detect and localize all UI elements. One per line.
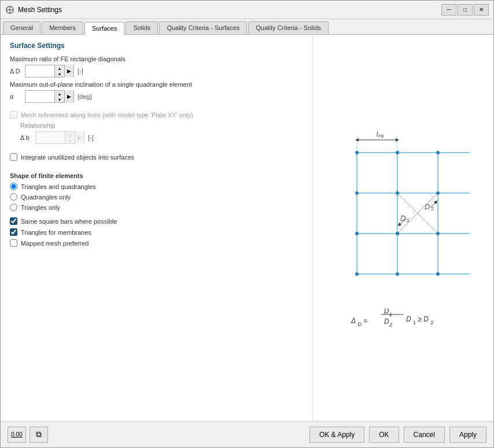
tab-quality-criteria-solids[interactable]: Quality Criteria - Solids — [248, 21, 328, 34]
mapped-mesh-label: Mapped mesh preferred — [21, 240, 89, 247]
footer: 0.00 ⧉ OK & Apply OK Cancel Apply — [1, 421, 493, 447]
delta-d-arrow[interactable]: ▶ — [64, 65, 73, 77]
tab-solids[interactable]: Solids — [126, 21, 158, 34]
radio-quadrangles-only[interactable] — [10, 193, 17, 201]
same-square-row: Same square bars where possible — [10, 217, 303, 225]
shape-section-title: Shape of finite elements — [10, 172, 303, 179]
delta-b-arrow[interactable]: ▶ — [75, 131, 84, 144]
alpha-spin-buttons: ▲ ▼ — [54, 91, 64, 102]
integrate-checkbox[interactable] — [10, 153, 17, 161]
delta-d-increment[interactable]: ▲ — [55, 65, 64, 71]
titlebar: Mesh Settings ─ □ ✕ — [1, 1, 493, 19]
alpha-arrow[interactable]: ▶ — [64, 90, 73, 103]
delta-d-symbol: Δ D — [10, 68, 21, 75]
tab-bar: General Members Surfaces Solids Quality … — [1, 19, 493, 35]
triangles-membranes-row: Triangles for membranes — [10, 228, 303, 236]
svg-point-37 — [436, 191, 440, 195]
delta-b-unit: [-] — [88, 134, 94, 141]
svg-point-39 — [355, 232, 359, 235]
delta-d-spin-buttons: ▲ ▼ — [54, 65, 64, 77]
minimize-button[interactable]: ─ — [441, 4, 456, 16]
radio-triangles-only-label: Triangles only — [21, 204, 60, 211]
app-icon — [5, 5, 14, 14]
alpha-decrement[interactable]: ▼ — [55, 97, 64, 102]
radio-quad-only-row: Quadrangles only — [10, 193, 303, 201]
formula-svg: Δ D = D1 D2 D 1 ≥ D 2 — [345, 309, 461, 332]
delta-b-row: Δ b 0.050 ▲ ▼ ▶ [-] — [20, 131, 303, 144]
svg-text:FE: FE — [378, 134, 384, 139]
delta-d-unit: [-] — [78, 68, 83, 75]
mesh-refinement-checkbox[interactable] — [10, 111, 17, 119]
maximize-button[interactable]: □ — [458, 4, 473, 16]
alpha-spinbox: 0.50 ▲ ▼ ▶ — [25, 90, 74, 103]
delta-d-decrement[interactable]: ▼ — [55, 71, 64, 77]
radio-triangles-only[interactable] — [10, 203, 17, 211]
close-button[interactable]: ✕ — [474, 4, 489, 16]
svg-line-24 — [418, 213, 438, 234]
diagram-container: l FE — [337, 124, 470, 332]
svg-line-21 — [397, 193, 418, 213]
delta-b-input[interactable]: 0.050 — [36, 132, 65, 143]
svg-text:D: D — [400, 214, 405, 223]
mapped-mesh-checkbox[interactable] — [10, 239, 17, 247]
left-panel: Surface Settings Maximum ratio of FE rec… — [1, 35, 313, 421]
tab-members[interactable]: Members — [42, 21, 83, 34]
same-square-checkbox[interactable] — [10, 217, 17, 225]
copy-button[interactable]: ⧉ — [30, 427, 48, 443]
same-square-label: Same square bars where possible — [21, 218, 117, 225]
delta-b-increment[interactable]: ▲ — [65, 132, 75, 138]
svg-point-32 — [396, 151, 399, 154]
footer-left: 0.00 ⧉ — [8, 427, 305, 443]
svg-point-1 — [9, 9, 11, 11]
svg-point-45 — [436, 272, 440, 276]
delta-b-symbol: Δ b — [20, 134, 32, 141]
delta-d-input[interactable]: 1.800 — [25, 65, 54, 77]
delta-b-spinbox: 0.050 ▲ ▼ ▶ — [35, 131, 84, 144]
delta-d-row: Δ D 1.800 ▲ ▼ ▶ [-] — [10, 65, 303, 77]
alpha-unit: [deg] — [78, 93, 91, 100]
integrate-label: Integrate unutilized objects into surfac… — [21, 154, 134, 161]
svg-text:Δ
            D
             =: Δ D = — [351, 317, 367, 327]
radio-triangles-quadrangles-label: Triangles and quadrangles — [21, 183, 96, 190]
alpha-row: α 0.50 ▲ ▼ ▶ [deg] — [10, 90, 303, 103]
svg-point-40 — [396, 232, 399, 235]
svg-text:D
            1
             ≥: D 1 ≥ D 2 — [406, 315, 433, 325]
svg-text:D: D — [425, 202, 430, 211]
radio-triangles-quadrangles[interactable] — [10, 183, 17, 190]
section-title: Surface Settings — [10, 42, 303, 50]
tab-quality-criteria-surfaces[interactable]: Quality Criteria - Surfaces — [159, 21, 247, 34]
fe-diagram: l FE — [337, 124, 470, 309]
svg-text:1: 1 — [407, 217, 410, 223]
mesh-refinement-label: Mesh refinement along lines (with model … — [21, 112, 193, 119]
svg-point-36 — [396, 191, 399, 195]
alpha-input[interactable]: 0.50 — [25, 91, 54, 102]
integrate-row: Integrate unutilized objects into surfac… — [10, 153, 303, 161]
delta-b-decrement[interactable]: ▼ — [65, 138, 75, 143]
footer-right: OK & Apply OK Cancel Apply — [309, 427, 486, 443]
radio-quadrangles-only-label: Quadrangles only — [21, 194, 71, 201]
ok-apply-button[interactable]: OK & Apply — [309, 427, 364, 443]
numeric-display-label: 0.00 — [11, 431, 22, 438]
svg-point-35 — [355, 191, 359, 195]
triangles-membranes-label: Triangles for membranes — [21, 229, 91, 236]
alpha-symbol: α — [10, 93, 21, 100]
svg-point-44 — [396, 272, 399, 276]
triangles-membranes-checkbox[interactable] — [10, 228, 17, 236]
svg-point-33 — [436, 151, 440, 154]
svg-text:D2: D2 — [384, 317, 392, 328]
svg-point-31 — [355, 151, 359, 154]
alpha-increment[interactable]: ▲ — [55, 91, 64, 97]
max-inclination-label: Maximum out-of-plane inclination of a si… — [10, 81, 303, 88]
tab-surfaces[interactable]: Surfaces — [84, 22, 124, 35]
delta-d-spinbox: 1.800 ▲ ▼ ▶ — [25, 65, 74, 77]
numeric-display-button[interactable]: 0.00 — [8, 427, 26, 443]
mapped-mesh-row: Mapped mesh preferred — [10, 239, 303, 247]
ok-button[interactable]: OK — [369, 427, 399, 443]
main-content: Surface Settings Maximum ratio of FE rec… — [1, 35, 493, 421]
svg-text:D1: D1 — [384, 309, 392, 317]
max-ratio-label: Maximum ratio of FE rectangle diagonals — [10, 55, 303, 62]
tab-general[interactable]: General — [3, 21, 40, 34]
apply-button[interactable]: Apply — [449, 427, 486, 443]
cancel-button[interactable]: Cancel — [404, 427, 445, 443]
window-title: Mesh Settings — [18, 6, 441, 14]
